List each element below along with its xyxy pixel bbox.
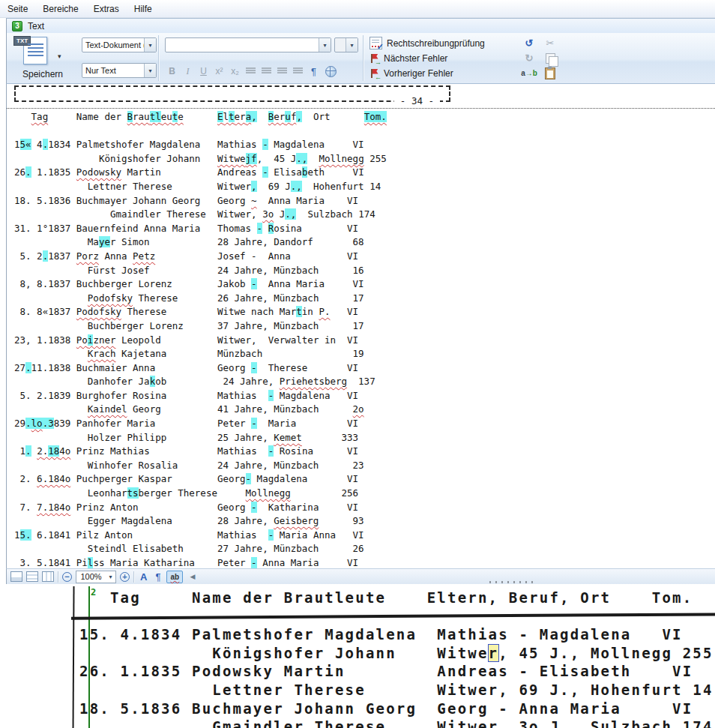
- mode-select-arrow-icon[interactable]: ▾: [144, 64, 156, 77]
- ocr-text-line[interactable]: 7. 7.184o Prinz Anton Georg - Katharina …: [14, 501, 715, 515]
- layout-mode-3-icon[interactable]: [42, 571, 54, 582]
- replace-icon[interactable]: a→b: [522, 67, 536, 79]
- hyperlink-globe-icon[interactable]: [325, 66, 337, 77]
- format-select[interactable]: Text-Dokument ( ▾: [82, 37, 157, 52]
- size-select-arrow-icon[interactable]: ▾: [346, 38, 358, 52]
- ocr-text-line[interactable]: 15. 6.1841 Pilz Anton Mathias - Maria An…: [14, 529, 715, 543]
- ocr-text-line[interactable]: 5. 2.1837 Porz Anna Petz Josef - Anna VI: [14, 250, 715, 264]
- layout-mode-1-icon[interactable]: [10, 571, 22, 582]
- subscript-button[interactable]: x₂: [228, 64, 242, 78]
- save-dropdown-arrow-icon[interactable]: ▾: [58, 52, 61, 60]
- ocr-text-line[interactable]: 1. 2.184o Prinz Mathias Mathias - Rosina…: [14, 445, 715, 459]
- menu-extras[interactable]: Extras: [86, 0, 127, 17]
- scan-text-line[interactable]: Gmaindler Therese Witwer, 3o J., Sulzbac…: [79, 718, 714, 728]
- ocr-text-line[interactable]: Steindl Elisabeth 27 Jahre, Münzbach 26: [14, 542, 715, 556]
- zoom-select-arrow-icon[interactable]: ▾: [106, 574, 115, 580]
- cut-icon[interactable]: ✂: [543, 37, 557, 49]
- spellcheck-button[interactable]: ✓ Rechtschreibungprüfung: [369, 37, 513, 49]
- document-lines-icon: [28, 43, 43, 58]
- ocr-text-line[interactable]: 3. 5.1841 Pilss Maria Katharina Peter - …: [14, 556, 715, 568]
- ocr-text-line[interactable]: 2. 6.184o Puchperger Kaspar Georg- Magda…: [14, 472, 715, 487]
- ocr-text-line[interactable]: Podofsky Therese 26 Jahre, Münzbach 17: [14, 292, 715, 306]
- show-formatting-marks-icon[interactable]: ¶: [153, 571, 163, 583]
- ocr-text-line[interactable]: 27.11.1838 Buchmaier Anna Georg - Theres…: [14, 361, 715, 376]
- scan-text-line[interactable]: Königshofer Johann Witwer, 45 J., Mollne…: [79, 644, 714, 663]
- ocr-text-line[interactable]: [14, 124, 715, 139]
- font-select-arrow-icon[interactable]: ▾: [319, 38, 331, 52]
- italic-button[interactable]: I: [181, 64, 195, 78]
- ocr-text-line[interactable]: Krach Kajetana Münzbach 19: [14, 347, 715, 361]
- scan-text-line[interactable]: [79, 607, 714, 626]
- ocr-text-line[interactable]: Kaindel Georg 41 Jahre, Münzbach 2o: [14, 403, 715, 417]
- ocr-text-line[interactable]: Buchberger Lorenz 37 Jahre, Münzbach 17: [14, 319, 715, 334]
- pane-splitter-grip[interactable]: [489, 581, 537, 583]
- ocr-text-line[interactable]: Fürst Josef 24 Jahre, Münzbach 16: [14, 264, 715, 278]
- ocr-text-line[interactable]: 26. 1.1835 Podowsky Martin Andreas - Eli…: [14, 166, 715, 180]
- menu-hilfe[interactable]: Hilfe: [127, 0, 160, 17]
- scan-table-border-line: [72, 586, 74, 728]
- menu-bereiche[interactable]: Bereiche: [35, 0, 85, 17]
- ocr-text-line[interactable]: Mayer Simon 28 Jahre, Dandorf 68: [14, 235, 715, 250]
- zoom-in-button[interactable]: +: [120, 572, 130, 582]
- font-properties-icon[interactable]: A: [138, 571, 149, 583]
- scan-text-line[interactable]: 26. 1.1835 Podowsky Martin Andreas - Eli…: [79, 662, 714, 681]
- scan-text-line[interactable]: 15. 4.1834 Palmetshofer Magdalena Mathia…: [79, 625, 714, 644]
- ocr-text-line[interactable]: Danhofer Jakob 24 Jahre, Priehetsberg 13…: [14, 375, 715, 389]
- spellcheck-icon: ✓: [369, 37, 382, 49]
- save-txt-document-icon[interactable]: TXT: [23, 37, 47, 64]
- ocr-text-line[interactable]: Gmaindler Therese Witwer, 3o J., Sulzbac…: [14, 208, 715, 222]
- scan-text-line[interactable]: Tag Name der Brautleute Eltern, Beruf, O…: [79, 589, 714, 607]
- ocr-text-lines[interactable]: Tag Name der Brautleute Eltera, Beruf, O…: [7, 110, 715, 568]
- ocr-text-line[interactable]: 29.lo.3839 Panhofer Maria Peter - Maria …: [14, 417, 715, 431]
- ocr-text-line[interactable]: 5. 2.1839 Burghofer Rosina Mathias - Mag…: [14, 389, 715, 403]
- ocr-text-line[interactable]: Lettner Therese Witwer, 69 J., Hohenfurt…: [14, 180, 715, 194]
- layout-mode-2-icon[interactable]: [26, 571, 38, 582]
- toolbar-separator: [363, 35, 363, 81]
- editor-footer-toolbar: − 100% ▾ + A ¶ ab ◀: [6, 568, 715, 584]
- scan-text-line[interactable]: 18. 5.1836 Buchmayer Johann Georg Georg …: [79, 700, 714, 718]
- highlight-uncertain-chars-toggle[interactable]: ab: [166, 571, 183, 583]
- ocr-text-editor[interactable]: - 34 - Tag Name der Brautleute Eltera, B…: [6, 84, 715, 568]
- save-button[interactable]: Speichern: [7, 69, 79, 79]
- clipboard-section: ↺ ↻ a→b ✂: [513, 33, 557, 83]
- paragraph-settings-icon[interactable]: ¶: [307, 64, 321, 78]
- ocr-text-line[interactable]: Egger Magdalena 28 Jahre, Geisberg 93: [14, 514, 715, 529]
- ocr-text-line[interactable]: 23, 1.1838 Poizner Leopold Witwer, Verwa…: [14, 334, 715, 348]
- align-center-icon[interactable]: [262, 67, 271, 75]
- prev-error-button[interactable]: ← Vorheriger Fehler: [369, 67, 513, 79]
- ocr-text-line[interactable]: 8, 8.1837 Buchberger Lorenz Jakob - Anna…: [14, 277, 715, 292]
- ocr-text-line[interactable]: Leonhartsberger Therese Mollnegg 256: [14, 487, 715, 501]
- font-size-select[interactable]: ▾: [334, 37, 358, 52]
- bold-button[interactable]: B: [165, 64, 179, 78]
- ocr-text-line[interactable]: Tag Name der Brautleute Eltera, Beruf, O…: [14, 110, 715, 124]
- undo-icon[interactable]: ↺: [522, 37, 536, 49]
- ocr-text-line[interactable]: 8. 8«1837 Podofsky Therese Witwe nach Ma…: [14, 305, 715, 319]
- redo-icon[interactable]: ↻: [522, 52, 536, 64]
- scroll-left-arrow-icon[interactable]: ◀: [187, 573, 195, 580]
- ocr-text-line[interactable]: Königshofer Johann Witwejf, 45 J., Molln…: [14, 152, 715, 166]
- underline-button[interactable]: U: [196, 64, 211, 78]
- zoom-level-select[interactable]: 100% ▾: [76, 571, 116, 583]
- mode-select[interactable]: Nur Text ▾: [82, 63, 157, 78]
- format-select-arrow-icon[interactable]: ▾: [144, 38, 156, 52]
- zoom-out-button[interactable]: −: [62, 572, 72, 582]
- next-error-button[interactable]: → Nächster Fehler: [369, 52, 513, 64]
- align-left-icon[interactable]: [246, 67, 256, 75]
- superscript-button[interactable]: x²: [212, 64, 226, 78]
- scan-text-line[interactable]: Lettner Therese Witwer, 69 J., Hohenfurt…: [79, 681, 714, 700]
- copy-icon[interactable]: [543, 52, 557, 64]
- align-justify-icon[interactable]: [293, 67, 303, 75]
- font-select[interactable]: ▾: [165, 37, 331, 52]
- paste-icon[interactable]: [543, 67, 557, 79]
- scan-image-pane[interactable]: 2 Tag Name der Brautleute Eltern, Beruf,…: [0, 586, 715, 728]
- scan-text-lines: Tag Name der Brautleute Eltern, Beruf, O…: [79, 589, 714, 728]
- ocr-text-line[interactable]: 31. 1°1837 Bauernfeind Anna Maria Thomas…: [14, 222, 715, 236]
- main-toolbar: TXT ▾ Speichern Text-Dokument ( ▾ Nur Te…: [6, 33, 715, 84]
- align-right-icon[interactable]: [277, 67, 287, 75]
- ocr-text-line[interactable]: 15« 4.1834 Palmetshofer Magdalena Mathia…: [14, 138, 715, 152]
- menu-seite[interactable]: Seite: [0, 0, 35, 17]
- ocr-text-line[interactable]: 18. 5.1836 Buchmayer Johann Georg Georg …: [14, 194, 715, 208]
- text-pane-tab[interactable]: 3 Text: [6, 18, 715, 33]
- ocr-text-line[interactable]: Holzer Philipp 25 Jahre, Kemet 333: [14, 431, 715, 445]
- ocr-text-line[interactable]: Winhofer Rosalia 24 Jahre, Münzbach 23: [14, 459, 715, 473]
